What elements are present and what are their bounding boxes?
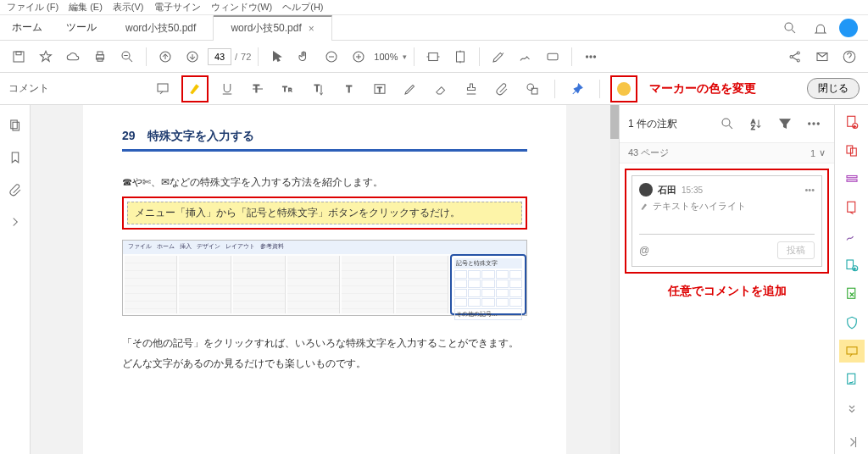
page-content: 29特殊文字を入力する ☎や✄、✉などの特殊文字を入力する方法を紹介します。 メ… — [83, 105, 566, 454]
comment-menu-icon[interactable]: ••• — [804, 185, 815, 195]
zoom-in-plus-icon[interactable] — [347, 45, 370, 69]
comment-card[interactable]: 石田 15:35 ••• テキストをハイライト @ 投稿 — [632, 175, 822, 267]
insert-text-icon[interactable]: T — [307, 77, 331, 101]
collapse-rail-icon[interactable] — [839, 430, 865, 454]
sort-icon[interactable]: AZ — [744, 112, 768, 136]
cloud-icon[interactable] — [61, 45, 85, 69]
star-icon[interactable] — [34, 45, 58, 69]
text-box-icon[interactable]: T — [368, 77, 392, 101]
menu-edit[interactable]: 編集 (E) — [69, 1, 103, 14]
replace-text-icon[interactable]: TR — [276, 77, 300, 101]
edit-icon[interactable] — [839, 168, 865, 191]
pencil-icon[interactable] — [398, 77, 422, 101]
chevron-down-icon[interactable]: ▾ — [403, 53, 407, 61]
search-comments-icon[interactable] — [715, 112, 739, 136]
bookmark-icon[interactable] — [3, 146, 27, 169]
eraser-icon[interactable] — [429, 77, 453, 101]
comment-input[interactable] — [639, 219, 815, 235]
close-icon[interactable]: × — [309, 23, 314, 35]
rail-chevron-icon[interactable] — [3, 210, 27, 234]
svg-point-0 — [785, 23, 793, 30]
chevron-down-icon[interactable]: ∨ — [819, 147, 826, 158]
color-picker[interactable] — [610, 75, 637, 102]
menu-help[interactable]: ヘルプ(H) — [282, 1, 323, 14]
scrollbar[interactable] — [610, 105, 619, 454]
tab-label: word小技50.pdf — [231, 21, 301, 36]
attachment-rail-icon[interactable] — [3, 178, 27, 202]
shapes-icon[interactable] — [520, 77, 544, 101]
fill-sign-rail-icon[interactable] — [839, 368, 865, 391]
page-input[interactable] — [208, 48, 231, 65]
close-button[interactable]: 閉じる — [807, 78, 860, 99]
hand-icon[interactable] — [292, 45, 316, 69]
export-icon[interactable] — [839, 196, 865, 219]
attach-icon[interactable] — [490, 77, 514, 101]
tab-home[interactable]: ホーム — [0, 20, 54, 35]
tab-file-2[interactable]: word小技50.pdf× — [214, 15, 331, 41]
pointer-icon[interactable] — [265, 45, 289, 69]
more-rail-icon[interactable] — [839, 396, 865, 420]
mention-icon[interactable]: @ — [639, 245, 649, 257]
tabbar: ホーム ツール word小技50.pdf word小技50.pdf× — [0, 15, 868, 41]
svg-point-24 — [797, 52, 799, 54]
organize-icon[interactable]: + — [839, 253, 865, 277]
post-button[interactable]: 投稿 — [777, 241, 815, 259]
zoom-level[interactable]: 100% — [374, 52, 398, 62]
svg-line-47 — [729, 125, 732, 129]
print-icon[interactable] — [88, 45, 112, 69]
options-icon[interactable] — [802, 112, 826, 136]
underline-icon[interactable] — [215, 77, 239, 101]
search-icon[interactable] — [778, 16, 802, 40]
combine-icon[interactable] — [839, 139, 865, 163]
avatar[interactable] — [839, 19, 858, 37]
tab-label: word小技50.pdf — [125, 21, 196, 36]
page-group-label: 43 ページ — [628, 147, 669, 159]
prev-page-icon[interactable] — [153, 45, 177, 69]
bell-icon[interactable] — [809, 16, 832, 40]
share-icon[interactable] — [783, 45, 807, 69]
highlight-icon — [639, 202, 649, 212]
comment-rail-icon[interactable] — [839, 340, 865, 363]
protect-icon[interactable] — [839, 311, 865, 335]
thumbnails-icon[interactable] — [3, 114, 27, 137]
edit-pdf-icon[interactable] — [487, 45, 510, 69]
filter-icon[interactable] — [773, 112, 797, 136]
text-comment-icon[interactable]: T — [337, 77, 361, 101]
svg-rect-30 — [158, 84, 168, 91]
more-tools-icon[interactable] — [579, 45, 603, 69]
save-icon[interactable] — [7, 45, 31, 69]
highlighted-text[interactable]: メニュー「挿入」から「記号と特殊文字」ボタンをクリックするだけ。 — [127, 202, 522, 224]
email-icon[interactable] — [810, 45, 834, 69]
highlight-tool[interactable] — [181, 75, 209, 102]
page-group-header[interactable]: 43 ページ 1 ∨ — [620, 142, 834, 163]
menu-file[interactable]: ファイル (F) — [7, 1, 58, 14]
document-area[interactable]: 29特殊文字を入力する ☎や✄、✉などの特殊文字を入力する方法を紹介します。 メ… — [31, 105, 619, 454]
svg-text:T: T — [377, 85, 382, 93]
menu-sign[interactable]: 電子サイン — [154, 1, 201, 14]
help-icon[interactable] — [837, 45, 861, 69]
fit-width-icon[interactable] — [421, 45, 445, 69]
menu-window[interactable]: ウィンドウ(W) — [211, 1, 273, 14]
create-pdf-icon[interactable]: + — [839, 110, 865, 134]
zoom-out-minus-icon[interactable] — [320, 45, 343, 69]
next-page-icon[interactable] — [181, 45, 204, 69]
sign-icon[interactable] — [514, 45, 537, 69]
tab-tools[interactable]: ツール — [54, 20, 108, 35]
sign-rail-icon[interactable] — [839, 224, 865, 248]
comment-toolbar: コメント T TR T T T マーカーの色を変更 閉じる — [0, 73, 868, 105]
zoom-out-icon[interactable] — [115, 45, 139, 69]
fit-page-icon[interactable] — [448, 45, 472, 69]
menu-view[interactable]: 表示(V) — [113, 1, 144, 14]
link-icon[interactable] — [541, 45, 565, 69]
svg-rect-18 — [457, 52, 465, 62]
scrollbar-thumb[interactable] — [610, 105, 619, 139]
strikethrough-icon[interactable]: T — [246, 77, 270, 101]
compress-icon[interactable] — [839, 282, 865, 306]
svg-line-27 — [793, 57, 797, 59]
tab-file-1[interactable]: word小技50.pdf — [108, 15, 214, 41]
stamp-icon[interactable] — [459, 77, 483, 101]
sticky-note-icon[interactable] — [151, 77, 175, 101]
svg-rect-60 — [847, 202, 854, 213]
pin-icon[interactable] — [565, 77, 589, 101]
paragraph-1: 「その他の記号」をクリックすれば、いろいろな特殊文字を入力することができます。 — [122, 333, 527, 353]
